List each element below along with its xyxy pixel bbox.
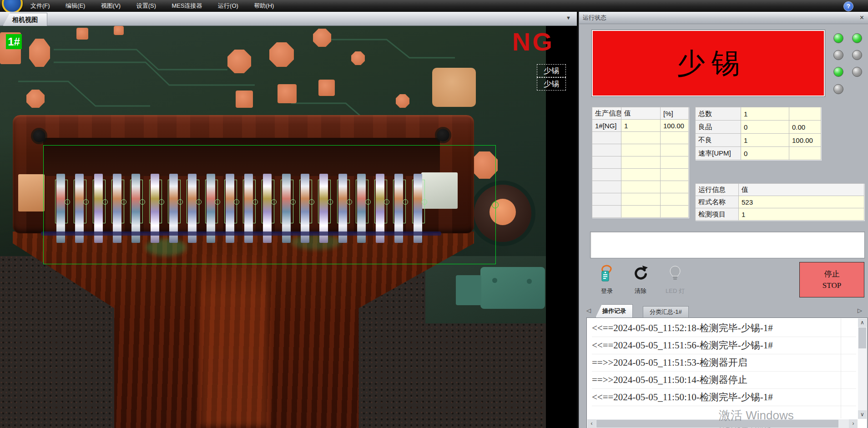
- menu-file[interactable]: 文件(F): [24, 0, 57, 12]
- tab-operation-log[interactable]: 操作记录: [595, 304, 633, 317]
- table-cell: 0: [741, 121, 789, 134]
- table-cell: 程式名称: [696, 196, 739, 208]
- stats-table: 总数1良品00.00不良1100.00速率[UPM]0: [695, 107, 821, 160]
- tab-classification-summary[interactable]: 分类汇总-1#: [643, 306, 689, 317]
- log-column-divider: [841, 318, 841, 418]
- tab-camera-view[interactable]: 相机视图: [3, 13, 47, 26]
- table-row: 1#[NG]1100.00: [592, 120, 689, 132]
- login-button[interactable]: 登录: [592, 263, 621, 303]
- column-header: 值: [621, 107, 661, 120]
- table-cell: [592, 169, 621, 181]
- operation-log[interactable]: <<==2024-05-05_11:52:18-检测完毕-少锡-1#<<==20…: [586, 317, 868, 428]
- table-row: [592, 144, 689, 156]
- defect-label: 少锡: [537, 64, 566, 77]
- table-cell: [621, 193, 661, 206]
- production-table: 生产信息值[%]1#[NG]1100.00: [592, 107, 689, 218]
- table-row: 检测项目1: [696, 208, 864, 221]
- scrollbar-thumb[interactable]: [858, 327, 866, 348]
- alarm-text: 少锡: [671, 44, 746, 82]
- defect-label: 少锡: [537, 77, 566, 91]
- log-entry: <<==2024-05-05_11:52:18-检测完毕-少锡-1#: [592, 320, 856, 337]
- menu-view[interactable]: 视图(V): [94, 0, 127, 12]
- scrollbar-thumb[interactable]: [596, 420, 838, 428]
- clear-button[interactable]: 清除: [626, 263, 655, 303]
- table-cell: [592, 193, 621, 206]
- stop-button[interactable]: 停止 STOP: [799, 262, 864, 297]
- table-cell: [592, 181, 621, 193]
- table-cell: [661, 132, 689, 144]
- bulb-icon: [667, 265, 683, 283]
- status-led: [833, 84, 843, 94]
- run-status-panel: 运行状态 × 少锡 生产信息值[%]1#[NG]1100.00 总数1良品00.…: [579, 12, 868, 428]
- scroll-right-icon[interactable]: ›: [849, 419, 858, 428]
- vertical-scrollbar[interactable]: ∧ ∨: [858, 318, 867, 419]
- table-row: [592, 181, 689, 193]
- menu-run[interactable]: 运行(O): [211, 0, 245, 12]
- table-cell: [592, 206, 621, 218]
- status-led: [833, 67, 843, 77]
- table-cell: 1: [621, 120, 661, 132]
- table-cell: 总数: [696, 107, 741, 121]
- table-row: [592, 169, 689, 181]
- table-cell: [592, 132, 621, 144]
- table-cell: [592, 144, 621, 156]
- scroll-up-icon[interactable]: ∧: [858, 318, 867, 327]
- tab-scroll-left-icon[interactable]: ◁: [586, 307, 591, 314]
- table-row: 总数1: [696, 107, 821, 121]
- table-cell: 良品: [696, 121, 741, 134]
- table-cell: [661, 193, 689, 206]
- chevron-down-icon[interactable]: ▼: [566, 15, 571, 20]
- column-header: 生产信息: [592, 107, 621, 120]
- table-cell: 1: [741, 134, 789, 147]
- table-cell: [621, 156, 661, 169]
- detection-rectangle: [43, 145, 496, 264]
- table-cell: [661, 181, 689, 193]
- status-led: [833, 50, 843, 60]
- column-header: [%]: [661, 107, 689, 120]
- table-row: 不良1100.00: [696, 134, 821, 147]
- menu-settings[interactable]: 设置(S): [130, 0, 163, 12]
- led-light-button[interactable]: LED 灯: [661, 263, 690, 303]
- menu-mes-connector[interactable]: MES连接器: [165, 0, 209, 12]
- table-cell: 523: [739, 196, 864, 208]
- status-led: [833, 33, 843, 43]
- table-cell: [661, 144, 689, 156]
- badge-icon: [599, 265, 615, 283]
- scroll-down-icon[interactable]: ∨: [858, 410, 867, 419]
- column-header: 运行信息: [696, 184, 739, 196]
- log-entry: ==>>2024-05-05_11:50:14-检测器停止: [592, 372, 856, 389]
- table-cell: 速率[UPM]: [696, 147, 741, 160]
- horizontal-scrollbar[interactable]: ‹ ›: [587, 419, 858, 428]
- status-led: [852, 50, 862, 60]
- view-tab-bar: 相机视图 ▼: [0, 12, 577, 26]
- table-cell: 1#[NG]: [592, 120, 621, 132]
- table-cell: 0.00: [789, 121, 821, 134]
- camera-viewport[interactable]: 1# NG 少锡 少锡: [0, 26, 577, 428]
- refresh-icon: [632, 265, 649, 283]
- clear-label: 清除: [626, 287, 655, 295]
- table-row: [592, 156, 689, 169]
- pcb-shield-tab: [456, 275, 481, 305]
- close-icon[interactable]: ×: [860, 12, 864, 24]
- table-cell: 1: [739, 208, 864, 221]
- menu-help[interactable]: 帮助(H): [247, 0, 281, 12]
- log-entry: ==>>2024-05-05_11:51:53-检测器开启: [592, 354, 856, 372]
- table-cell: [621, 206, 661, 218]
- status-led: [852, 67, 862, 77]
- menu-edit[interactable]: 编辑(E): [59, 0, 92, 12]
- tab-scroll-right-icon[interactable]: ▷: [858, 307, 862, 314]
- pcb-photo: [0, 26, 546, 428]
- help-icon[interactable]: ?: [843, 1, 853, 11]
- log-list: <<==2024-05-05_11:52:18-检测完毕-少锡-1#<<==20…: [587, 320, 856, 418]
- scroll-left-icon[interactable]: ‹: [587, 419, 596, 428]
- status-led: [852, 33, 862, 43]
- table-row: [592, 193, 689, 206]
- table-cell: [789, 147, 821, 160]
- panel-title: 运行状态: [583, 12, 606, 24]
- table-cell: 100.00: [789, 134, 821, 147]
- table-cell: 检测项目: [696, 208, 739, 221]
- table-cell: [789, 107, 821, 121]
- table-cell: [621, 169, 661, 181]
- station-badge: 1#: [6, 34, 22, 49]
- result-label: NG: [512, 27, 554, 56]
